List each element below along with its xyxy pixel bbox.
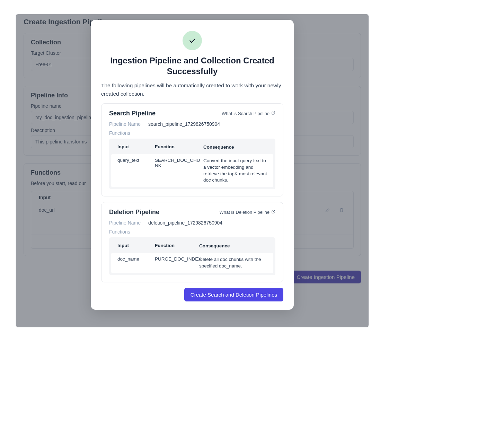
search-col-function: Function [155, 144, 203, 151]
modal-footer: Create Search and Deletion Pipelines [101, 288, 283, 301]
deletion-col-function: Function [155, 243, 199, 249]
deletion-functions-label: Functions [109, 229, 275, 235]
search-pipeline-card: Search Pipeline What is Search Pipeline … [101, 103, 283, 196]
external-link-icon [271, 111, 275, 116]
modal-title: Ingestion Pipeline and Collection Create… [101, 55, 283, 77]
search-row-input: query_text [117, 158, 155, 163]
deletion-col-consequence: Consequence [199, 243, 267, 249]
search-help-text: What is Search Pipeline [222, 111, 269, 116]
deletion-row-input: doc_name [117, 256, 155, 262]
search-col-input: Input [117, 144, 155, 151]
modal-description: The following pipelines will be automati… [101, 81, 283, 98]
search-name-label: Pipeline Name [109, 121, 141, 127]
search-col-consequence: Consequence [203, 144, 267, 151]
deletion-help-text: What is Deletion Pipeline [219, 210, 269, 215]
deletion-col-input: Input [117, 243, 155, 249]
deletion-pipeline-card: Deletion Pipeline What is Deletion Pipel… [101, 202, 283, 282]
search-pipeline-title: Search Pipeline [109, 110, 156, 117]
deletion-functions-table: Input Function Consequence doc_name PURG… [109, 237, 275, 275]
deletion-pipeline-title: Deletion Pipeline [109, 209, 159, 216]
deletion-name-value: deletion_pipeline_1729826750904 [148, 220, 222, 226]
search-functions-table: Input Function Consequence query_text SE… [109, 139, 275, 189]
search-name-value: search_pipeline_1729826750904 [148, 121, 220, 127]
search-row-consequence: Convert the input query text to a vector… [203, 158, 267, 184]
create-search-deletion-button[interactable]: Create Search and Deletion Pipelines [184, 288, 283, 301]
external-link-icon [271, 210, 275, 215]
create-pipeline-page: Create Ingestion Pipeline Collection Tar… [16, 14, 369, 327]
success-check-icon [183, 31, 202, 50]
deletion-pipeline-help-link[interactable]: What is Deletion Pipeline [219, 210, 275, 215]
success-modal: Ingestion Pipeline and Collection Create… [91, 20, 294, 310]
deletion-row-function: PURGE_DOC_INDEX [155, 256, 199, 262]
search-pipeline-help-link[interactable]: What is Search Pipeline [222, 111, 275, 116]
search-functions-label: Functions [109, 130, 275, 136]
deletion-row-consequence: Delete all doc chunks with the specified… [199, 256, 267, 270]
search-row-function: SEARCH_DOC_CHUNK [155, 158, 203, 168]
deletion-name-label: Pipeline Name [109, 220, 141, 226]
